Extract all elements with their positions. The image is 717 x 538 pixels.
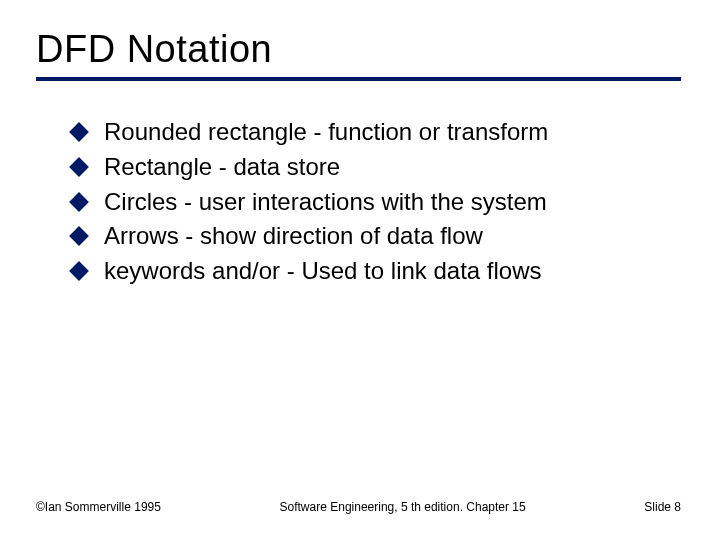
bullet-text: keywords and/or - Used to link data flow…: [104, 254, 542, 289]
diamond-bullet-icon: [69, 122, 89, 142]
bullet-text: Rectangle - data store: [104, 150, 340, 185]
diamond-bullet-icon: [69, 157, 89, 177]
list-item: Rectangle - data store: [72, 150, 681, 185]
slide: DFD Notation Rounded rectangle - functio…: [0, 0, 717, 538]
footer: ©Ian Sommerville 1995 Software Engineeri…: [36, 500, 681, 514]
footer-book-ref: Software Engineering, 5 th edition. Chap…: [161, 500, 644, 514]
bullet-list: Rounded rectangle - function or transfor…: [36, 115, 681, 289]
list-item: Circles - user interactions with the sys…: [72, 185, 681, 220]
bullet-text: Rounded rectangle - function or transfor…: [104, 115, 548, 150]
list-item: keywords and/or - Used to link data flow…: [72, 254, 681, 289]
footer-copyright: ©Ian Sommerville 1995: [36, 500, 161, 514]
list-item: Rounded rectangle - function or transfor…: [72, 115, 681, 150]
footer-slide-number: Slide 8: [644, 500, 681, 514]
diamond-bullet-icon: [69, 261, 89, 281]
bullet-text: Arrows - show direction of data flow: [104, 219, 483, 254]
list-item: Arrows - show direction of data flow: [72, 219, 681, 254]
slide-title: DFD Notation: [36, 28, 681, 71]
diamond-bullet-icon: [69, 192, 89, 212]
diamond-bullet-icon: [69, 226, 89, 246]
title-rule: [36, 77, 681, 81]
bullet-text: Circles - user interactions with the sys…: [104, 185, 547, 220]
